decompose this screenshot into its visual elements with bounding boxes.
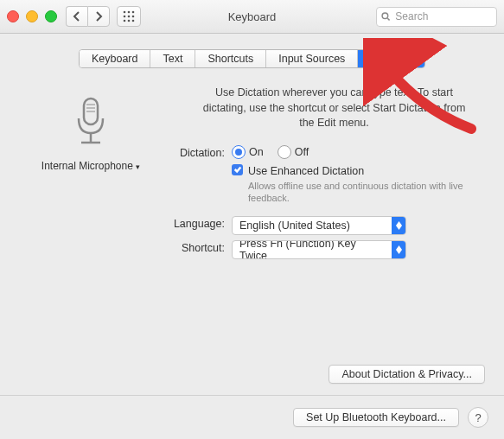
svg-point-0 — [124, 11, 126, 14]
about-button-wrap: About Dictation & Privacy... — [329, 365, 485, 384]
checkbox-indicator — [232, 164, 243, 175]
close-window-button[interactable] — [7, 10, 19, 22]
language-value: English (United States) — [233, 220, 392, 232]
microphone-selector[interactable]: Internal Microphone ▾ — [26, 160, 156, 172]
tab-dictation[interactable]: Dictation — [358, 50, 424, 67]
svg-point-7 — [128, 20, 131, 22]
radio-off-indicator — [278, 145, 291, 159]
enhanced-description: Allows offline use and continuous dictat… — [248, 180, 478, 205]
enhanced-label: Use Enhanced Dictation — [248, 164, 478, 178]
search-field[interactable] — [376, 7, 497, 27]
svg-marker-18 — [396, 226, 402, 230]
search-icon — [381, 11, 390, 22]
tab-text[interactable]: Text — [150, 50, 195, 67]
chevron-down-icon: ▾ — [136, 162, 140, 171]
chevron-left-icon — [72, 11, 82, 22]
zoom-window-button[interactable] — [45, 10, 57, 22]
microphone-label: Internal Microphone — [41, 160, 133, 172]
svg-line-10 — [387, 18, 389, 20]
shortcut-label: Shortcut: — [160, 240, 232, 254]
select-arrows-icon — [392, 241, 405, 258]
language-label: Language: — [160, 216, 232, 230]
radio-on-label: On — [249, 146, 264, 158]
svg-point-3 — [124, 16, 126, 18]
microphone-icon — [69, 94, 112, 155]
dictation-label: Dictation: — [160, 145, 232, 159]
svg-point-1 — [128, 11, 131, 14]
select-arrows-icon — [392, 217, 405, 234]
svg-marker-20 — [396, 250, 402, 254]
dictation-row: Dictation: On Off — [160, 145, 478, 205]
grid-icon — [123, 10, 135, 22]
intro-text: Use Dictation wherever you can type text… — [160, 86, 478, 131]
help-button[interactable]: ? — [468, 407, 488, 428]
search-input[interactable] — [393, 10, 492, 23]
tab-input-sources[interactable]: Input Sources — [266, 50, 358, 67]
chevron-right-icon — [93, 11, 104, 22]
tabbar: Keyboard Text Shortcuts Input Sources Di… — [79, 49, 425, 68]
checkmark-icon — [233, 165, 242, 174]
show-all-button[interactable] — [117, 6, 141, 27]
enhanced-dictation-checkbox[interactable]: Use Enhanced Dictation Allows offline us… — [232, 164, 478, 205]
microphone-panel: Internal Microphone ▾ — [26, 86, 156, 264]
nav-group — [66, 6, 112, 27]
shortcut-value: Press Fn (Function) Key Twice — [233, 240, 392, 259]
svg-point-6 — [124, 20, 126, 22]
svg-point-4 — [128, 16, 131, 18]
preferences-window: Keyboard Keyboard Text Shortcuts Input S… — [0, 0, 504, 439]
dictation-on-radio[interactable]: On — [232, 145, 264, 159]
radio-off-label: Off — [295, 146, 309, 158]
svg-point-8 — [132, 20, 135, 22]
window-controls — [7, 10, 57, 22]
dictation-radio-group: On Off — [232, 145, 478, 159]
svg-point-2 — [132, 11, 135, 14]
language-select[interactable]: English (United States) — [232, 216, 406, 235]
settings-panel: Use Dictation wherever you can type text… — [156, 86, 478, 264]
shortcut-select[interactable]: Press Fn (Function) Key Twice — [232, 240, 406, 259]
about-dictation-button[interactable]: About Dictation & Privacy... — [329, 365, 485, 384]
forward-button[interactable] — [87, 6, 110, 27]
tabs: Keyboard Text Shortcuts Input Sources Di… — [0, 49, 504, 68]
bluetooth-keyboard-button[interactable]: Set Up Bluetooth Keyboard... — [293, 408, 459, 427]
dictation-off-radio[interactable]: Off — [278, 145, 309, 159]
content: Internal Microphone ▾ Use Dictation wher… — [0, 68, 504, 264]
radio-on-indicator — [232, 145, 246, 159]
enhanced-text-block: Use Enhanced Dictation Allows offline us… — [248, 164, 478, 205]
tab-keyboard[interactable]: Keyboard — [80, 50, 151, 67]
shortcut-row: Shortcut: Press Fn (Function) Key Twice — [160, 240, 478, 259]
language-row: Language: English (United States) — [160, 216, 478, 235]
svg-point-5 — [132, 16, 135, 18]
back-button[interactable] — [66, 6, 87, 27]
tab-shortcuts[interactable]: Shortcuts — [195, 50, 266, 67]
minimize-window-button[interactable] — [26, 10, 38, 22]
bottom-bar: Set Up Bluetooth Keyboard... ? — [0, 396, 504, 439]
titlebar: Keyboard — [0, 0, 504, 34]
svg-point-9 — [382, 13, 388, 19]
